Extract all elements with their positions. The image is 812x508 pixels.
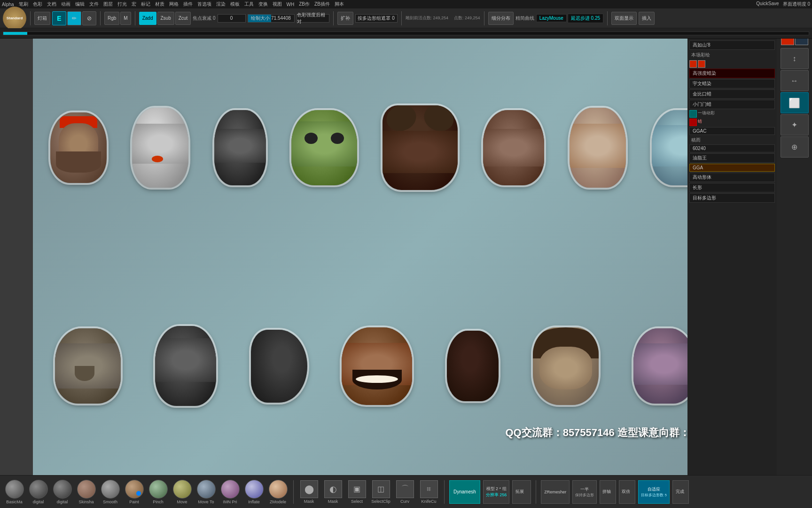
menu-marker[interactable]: 标记	[141, 1, 150, 8]
head-4[interactable]	[291, 110, 357, 185]
tool-mask1[interactable]: ⬤ Mask	[298, 480, 320, 504]
poly-mask-slider[interactable]: 按多边形组遮罩 0	[355, 14, 398, 23]
head-2[interactable]	[132, 108, 188, 188]
head-7[interactable]	[570, 108, 626, 188]
focal-slider[interactable]: 0	[218, 14, 246, 23]
axis-button[interactable]: 拼轴	[600, 480, 616, 504]
draw-mode-button[interactable]: ✏	[67, 11, 81, 25]
menu-wh[interactable]: WH	[287, 2, 295, 7]
head-10[interactable]	[55, 328, 121, 404]
insert-button[interactable]: 插入	[639, 12, 655, 25]
tool-select1[interactable]: ▣ Select	[346, 480, 367, 504]
rp-icon-3[interactable]: ⬜	[781, 92, 809, 113]
menu-doc[interactable]: 文档	[47, 1, 56, 8]
rp-long-form[interactable]: 长形	[689, 183, 775, 192]
rp-icon-1[interactable]: ↕	[781, 48, 809, 69]
menu-zb2[interactable]: ZB插件	[314, 1, 330, 8]
zsub-button[interactable]: Zsub	[157, 12, 174, 25]
menu-mesh[interactable]: 网格	[169, 1, 179, 8]
head-14[interactable]	[447, 331, 499, 401]
brush-basicma[interactable]: BasicMa	[4, 480, 25, 504]
rp-icon-5[interactable]: ⊕	[781, 136, 809, 158]
quicksave-label[interactable]: QuickSave	[756, 1, 779, 8]
head-11[interactable]	[155, 326, 216, 406]
double-side-button[interactable]: 双面显示	[611, 12, 637, 25]
rp-header-4[interactable]: 金比口蜡	[689, 89, 775, 99]
head-5[interactable]	[383, 105, 458, 190]
tool-selectclip[interactable]: ◫ SelectClip	[370, 480, 391, 504]
rp-icon-4[interactable]: ✦	[781, 114, 809, 135]
head-3[interactable]	[214, 110, 266, 185]
menu-view[interactable]: 视图	[273, 1, 282, 8]
rp-header-5[interactable]: 小门门蜡	[689, 100, 775, 109]
color-slider[interactable]: 色彩强度后相对	[297, 14, 329, 23]
brush-digital1[interactable]: digital	[28, 480, 49, 504]
menu-edit[interactable]: 编辑	[75, 1, 85, 8]
model-button[interactable]: 模型 2 * 组 分辨率 256	[483, 480, 510, 504]
head-6[interactable]	[483, 110, 544, 185]
brush-skinsha[interactable]: Skinsha	[76, 480, 97, 504]
menu-zb1[interactable]: ZB作	[299, 1, 310, 8]
head-1[interactable]	[50, 112, 107, 183]
rp-header-main[interactable]: 高如山'8	[689, 40, 775, 50]
rp-header-3[interactable]: 宇文蜡染	[689, 79, 775, 88]
head-16[interactable]	[633, 328, 695, 404]
rp-oil[interactable]: 油脂王	[689, 153, 775, 163]
rp-icon-2[interactable]: ↔	[781, 70, 809, 91]
brush-pinch[interactable]: Pinch	[148, 480, 169, 504]
rp-header-2[interactable]: 高强度蜡染	[689, 69, 775, 78]
brush-moveto[interactable]: Move To	[195, 480, 217, 504]
menu-prefs[interactable]: 首选项	[197, 1, 211, 8]
expand-button[interactable]: 扩补	[337, 12, 353, 25]
rp-gga-orange[interactable]: GGA	[689, 164, 775, 172]
menu-light[interactable]: 打光	[117, 1, 127, 8]
rp-high-form[interactable]: 高动形体	[689, 173, 775, 182]
menu-render[interactable]: 渲染	[216, 1, 226, 8]
rp-dot-red[interactable]	[689, 119, 697, 126]
menu-macro[interactable]: 宏	[132, 1, 136, 8]
rp-dot-teal[interactable]	[689, 110, 697, 118]
menu-alpha[interactable]: Alpha	[2, 2, 14, 7]
brush-zmodele[interactable]: ZModele	[267, 480, 289, 504]
rgb-channel-btn[interactable]: Rgb	[104, 12, 119, 25]
double-button[interactable]: 双倍	[619, 480, 635, 504]
head-15[interactable]	[533, 327, 599, 405]
rp-header-ggac[interactable]: GGAC	[689, 127, 775, 135]
brush-paint[interactable]: Paint	[124, 480, 145, 504]
menu-file[interactable]: 文件	[89, 1, 99, 8]
lightbox-button[interactable]: 灯箱	[34, 12, 50, 25]
menu-transform[interactable]: 变换	[258, 1, 268, 8]
menu-color[interactable]: 色彩	[33, 1, 42, 8]
menu-template[interactable]: 模板	[230, 1, 240, 8]
menu-brush[interactable]: 笔刷	[19, 1, 28, 8]
edit-mode-button[interactable]: E	[52, 11, 66, 25]
rp-target-poly[interactable]: 目标多边形	[689, 193, 775, 203]
subdivision-button[interactable]: 细分分布	[488, 12, 514, 25]
brush-imnpri[interactable]: IMN Pri	[219, 480, 241, 504]
menu-layer[interactable]: 图层	[103, 1, 113, 8]
zremesher-button[interactable]: ZRemesher	[541, 480, 570, 504]
head-13[interactable]	[342, 327, 412, 405]
tool-mask2[interactable]: ◐ Mask	[322, 480, 344, 504]
m-channel-btn[interactable]: M	[120, 12, 131, 25]
brush-smooth[interactable]: Smooth	[100, 480, 121, 504]
rp-color-2[interactable]	[698, 60, 705, 68]
smooth-mode-button[interactable]: ⊘	[82, 11, 96, 25]
lazy-mouse-display[interactable]: LazyMouse	[536, 14, 567, 22]
menu-tool[interactable]: 工具	[244, 1, 254, 8]
brush-digital2[interactable]: digital	[52, 480, 73, 504]
menu-script[interactable]: 脚本	[335, 1, 344, 8]
tool-knifecu[interactable]: ⌗ KnifeCu	[418, 480, 439, 504]
expand-btn[interactable]: 拓展	[512, 480, 531, 504]
zadd-button[interactable]: Zadd	[139, 12, 156, 25]
done-button[interactable]: 完成	[672, 480, 689, 504]
head-12[interactable]	[251, 330, 307, 403]
main-canvas[interactable]: QQ交流群：857557146 造型课意向群：597715802	[33, 39, 779, 475]
dynamesh-button[interactable]: Dynamesh	[449, 480, 480, 504]
menu-material[interactable]: 材质	[155, 1, 164, 8]
menu-plugin[interactable]: 插件	[183, 1, 193, 8]
rp-number[interactable]: 60240	[689, 144, 775, 152]
tool-curv[interactable]: ⌒ Curv	[394, 480, 415, 504]
adaptive-button[interactable]: 自适应 目标多边形数 5	[638, 480, 670, 504]
rp-color-1[interactable]	[689, 60, 697, 68]
